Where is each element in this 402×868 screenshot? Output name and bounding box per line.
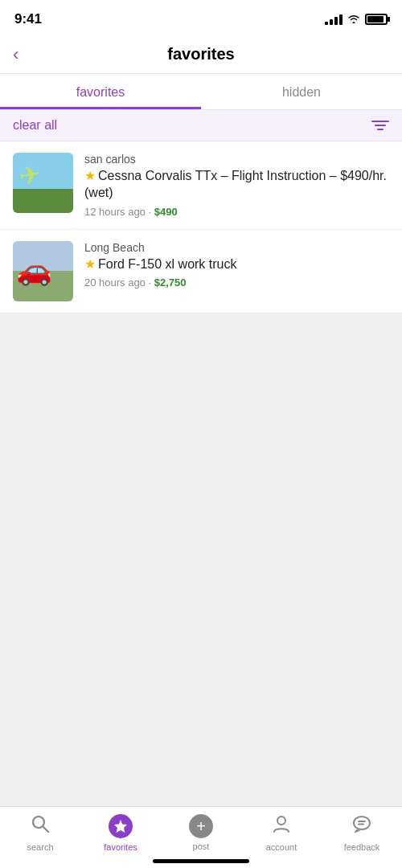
- wifi-icon: [347, 13, 360, 26]
- star-icon: ★: [84, 169, 96, 182]
- listing-meta: 20 hours ago · $2,750: [84, 276, 389, 289]
- nav-item-post[interactable]: + post: [161, 814, 241, 851]
- star-icon: ★: [84, 257, 96, 271]
- feedback-icon: [351, 813, 372, 839]
- nav-item-favorites[interactable]: ▼ favorites: [80, 813, 161, 852]
- nav-item-search[interactable]: search: [0, 813, 80, 852]
- favorites-icon: ▼: [108, 813, 133, 839]
- empty-area: [0, 313, 402, 635]
- filter-button[interactable]: [371, 121, 389, 130]
- nav-label-search: search: [27, 842, 53, 852]
- listing-info: san carlos ★Cessna Corvalis TTx – Flight…: [84, 153, 389, 218]
- header: ‹ favorites: [0, 35, 402, 74]
- battery-icon: [365, 14, 388, 25]
- svg-point-4: [354, 817, 370, 829]
- listing-title: ★Cessna Corvalis TTx – Flight Instructio…: [84, 168, 389, 202]
- nav-label-favorites: favorites: [104, 842, 137, 852]
- tab-favorites[interactable]: favorites: [0, 74, 201, 109]
- listing-price: $2,750: [154, 276, 187, 289]
- listing-meta: 12 hours ago · $490: [84, 206, 389, 218]
- toolbar: clear all: [0, 110, 402, 141]
- listing-info: Long Beach ★Ford F-150 xl work truck 20 …: [84, 241, 389, 289]
- page-title: favorites: [167, 45, 234, 63]
- tabs-container: favorites hidden: [0, 74, 402, 110]
- status-icons: [325, 13, 388, 26]
- listing-title: ★Ford F-150 xl work truck: [84, 256, 389, 273]
- nav-label-account: account: [266, 842, 297, 852]
- listing-thumbnail: [13, 153, 73, 213]
- svg-point-3: [277, 817, 285, 825]
- listing-location: san carlos: [84, 153, 389, 166]
- listing-thumbnail: [13, 241, 73, 301]
- listing-item[interactable]: Long Beach ★Ford F-150 xl work truck 20 …: [0, 230, 402, 313]
- listing-item[interactable]: san carlos ★Cessna Corvalis TTx – Flight…: [0, 141, 402, 230]
- tab-hidden[interactable]: hidden: [201, 74, 402, 109]
- listing-image-plane: [13, 153, 73, 213]
- account-icon: [271, 813, 292, 839]
- svg-line-1: [43, 827, 49, 833]
- clear-all-button[interactable]: clear all: [13, 118, 57, 133]
- post-icon: +: [189, 814, 213, 838]
- listing-location: Long Beach: [84, 241, 389, 254]
- svg-marker-2: [114, 820, 127, 833]
- status-bar: 9:41: [0, 0, 402, 35]
- nav-label-feedback: feedback: [344, 842, 380, 852]
- home-indicator: [153, 859, 249, 863]
- signal-icon: [325, 14, 343, 25]
- listings-container: san carlos ★Cessna Corvalis TTx – Flight…: [0, 141, 402, 313]
- status-time: 9:41: [14, 11, 42, 27]
- filter-icon: [371, 121, 389, 130]
- search-icon: [30, 813, 51, 839]
- nav-item-feedback[interactable]: feedback: [322, 813, 402, 852]
- back-button[interactable]: ‹: [13, 44, 18, 65]
- nav-label-post: post: [193, 841, 210, 851]
- listing-image-truck: [13, 241, 73, 301]
- listing-price: $490: [154, 206, 178, 218]
- nav-item-account[interactable]: account: [241, 813, 322, 852]
